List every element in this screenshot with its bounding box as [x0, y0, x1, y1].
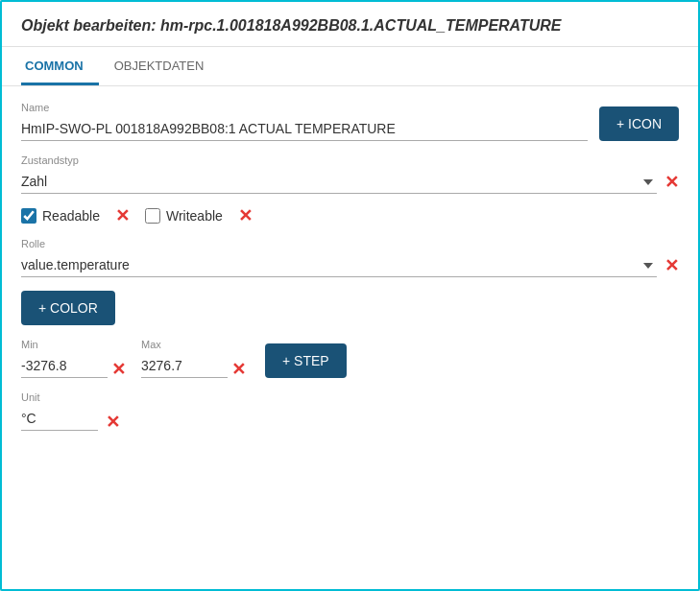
title-text: Objekt bearbeiten: hm-rpc.1.001818A992BB…	[21, 17, 679, 35]
rolle-clear-icon[interactable]: ✕	[664, 257, 679, 274]
max-label: Max	[141, 339, 246, 350]
unit-label: Unit	[21, 391, 98, 403]
readable-checkbox[interactable]	[21, 208, 36, 224]
zustandstyp-select-wrap: Zahl	[21, 170, 657, 194]
readable-clear-icon[interactable]: ✕	[115, 207, 130, 225]
max-input-row: ✕	[141, 354, 246, 378]
checkboxes-row: Readable ✕ Writeable ✕	[21, 207, 679, 225]
color-button[interactable]: + COLOR	[21, 291, 115, 325]
tab-common[interactable]: COMMON	[21, 47, 99, 85]
writeable-checkbox[interactable]	[145, 208, 160, 224]
name-input[interactable]	[21, 117, 588, 141]
unit-row: Unit ✕	[21, 391, 679, 431]
min-input-row: ✕	[21, 354, 126, 378]
writeable-item: Writeable	[145, 208, 223, 224]
zustandstyp-clear-icon[interactable]: ✕	[664, 174, 679, 191]
rolle-group: Rolle value.temperature ✕	[21, 238, 679, 277]
unit-clear-icon[interactable]: ✕	[106, 414, 120, 431]
min-input[interactable]	[21, 354, 108, 378]
main-window: Objekt bearbeiten: hm-rpc.1.001818A992BB…	[0, 0, 700, 591]
name-row: Name + ICON	[21, 102, 679, 141]
rolle-select[interactable]: value.temperature	[21, 253, 657, 277]
max-wrap: Max ✕	[141, 339, 246, 378]
max-input[interactable]	[141, 354, 228, 378]
min-max-row: Min ✕ Max ✕ + STEP	[21, 339, 679, 378]
zustandstyp-group: Zustandstyp Zahl ✕	[21, 154, 679, 194]
zustandstyp-select[interactable]: Zahl	[21, 170, 657, 194]
tab-objektdaten[interactable]: OBJEKTDATEN	[110, 47, 220, 85]
min-label: Min	[21, 339, 126, 350]
max-clear-icon[interactable]: ✕	[231, 361, 246, 378]
zustandstyp-row: Zahl ✕	[21, 170, 679, 194]
zustandstyp-label: Zustandstyp	[21, 154, 679, 166]
unit-input[interactable]	[21, 407, 98, 431]
min-wrap: Min ✕	[21, 339, 126, 378]
writeable-clear-icon[interactable]: ✕	[238, 207, 253, 225]
writeable-label: Writeable	[166, 208, 223, 224]
readable-label: Readable	[42, 208, 100, 224]
readable-item: Readable	[21, 208, 100, 224]
rolle-select-wrap: value.temperature	[21, 253, 657, 277]
title-prefix: Objekt bearbeiten:	[21, 17, 160, 34]
name-field-wrap: Name	[21, 102, 588, 141]
icon-button[interactable]: + ICON	[599, 106, 679, 141]
rolle-row: value.temperature ✕	[21, 253, 679, 277]
tab-bar: COMMON OBJEKTDATEN	[2, 47, 698, 86]
title-object-id: hm-rpc.1.001818A992BB08.1.ACTUAL_TEMPERA…	[160, 17, 562, 34]
min-clear-icon[interactable]: ✕	[111, 361, 126, 378]
rolle-label: Rolle	[21, 238, 679, 249]
step-button[interactable]: + STEP	[265, 343, 347, 378]
title-bar: Objekt bearbeiten: hm-rpc.1.001818A992BB…	[2, 2, 698, 47]
unit-wrap: Unit	[21, 391, 98, 431]
tab-content: Name + ICON Zustandstyp Zahl ✕	[2, 86, 698, 450]
name-label: Name	[21, 102, 588, 113]
